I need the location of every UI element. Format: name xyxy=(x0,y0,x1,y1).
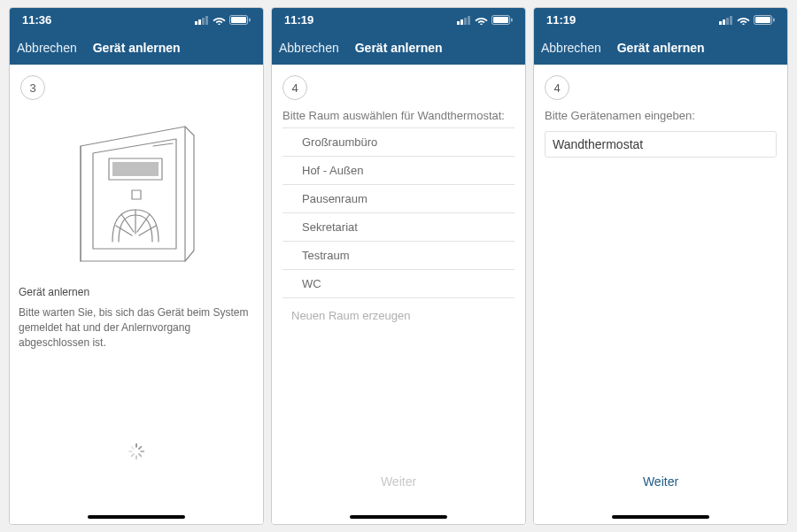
device-name-input[interactable] xyxy=(545,131,777,158)
screen-step3-wait: 11:36 Abbrechen Gerät anlernen 3 xyxy=(9,7,264,525)
wifi-icon xyxy=(737,15,750,25)
next-button[interactable]: Weiter xyxy=(534,474,787,489)
step-indicator: 4 xyxy=(545,75,569,100)
message-title: Gerät anlernen xyxy=(19,286,254,298)
svg-line-21 xyxy=(132,454,134,456)
wifi-icon xyxy=(475,15,488,25)
loading-spinner-icon xyxy=(128,443,145,460)
battery-icon xyxy=(491,15,513,25)
room-list: Großraumbüro Hof - Außen Pausenraum Sekr… xyxy=(282,127,515,298)
svg-rect-3 xyxy=(205,16,208,25)
room-option[interactable]: WC xyxy=(282,270,515,298)
status-time: 11:19 xyxy=(284,13,313,27)
svg-rect-24 xyxy=(457,21,460,25)
room-option[interactable]: Testraum xyxy=(282,242,515,270)
name-input-prompt: Bitte Gerätenamen eingeben: xyxy=(534,105,787,127)
room-option[interactable]: Pausenraum xyxy=(282,185,515,213)
content-area: 4 Bitte Gerätenamen eingeben: Weiter xyxy=(534,65,787,524)
content-area: 4 Bitte Raum auswählen für Wandthermosta… xyxy=(272,65,525,524)
room-option[interactable]: Sekretariat xyxy=(282,213,515,242)
next-button[interactable]: Weiter xyxy=(272,474,525,489)
svg-rect-9 xyxy=(132,190,141,199)
status-time: 11:19 xyxy=(546,13,576,27)
home-indicator[interactable] xyxy=(88,515,185,519)
svg-rect-5 xyxy=(231,17,246,23)
cancel-button[interactable]: Abbrechen xyxy=(279,41,339,55)
content-area: 3 xyxy=(10,65,263,524)
step-indicator: 3 xyxy=(20,75,45,100)
page-title: Gerät anlernen xyxy=(355,41,443,55)
svg-rect-34 xyxy=(730,16,732,25)
screen-step4-name-input: 11:19 Abbrechen Gerät anlernen 4 Bitte G… xyxy=(533,7,788,525)
svg-rect-26 xyxy=(464,18,467,25)
svg-line-13 xyxy=(116,226,132,235)
home-indicator[interactable] xyxy=(612,515,709,519)
signal-icon xyxy=(457,15,471,25)
status-icons xyxy=(457,15,513,25)
svg-line-19 xyxy=(139,454,141,456)
svg-rect-32 xyxy=(723,19,725,25)
svg-line-17 xyxy=(139,447,141,449)
room-select-prompt: Bitte Raum auswählen für Wandthermostat: xyxy=(272,105,525,127)
svg-line-14 xyxy=(139,226,156,235)
signal-icon xyxy=(195,15,209,25)
status-icons xyxy=(719,15,775,25)
status-time: 11:36 xyxy=(22,13,51,27)
navbar: Abbrechen Gerät anlernen xyxy=(272,31,525,65)
statusbar: 11:19 xyxy=(534,8,787,31)
statusbar: 11:36 xyxy=(10,8,263,31)
svg-rect-37 xyxy=(773,18,775,21)
battery-icon xyxy=(229,15,251,25)
svg-rect-6 xyxy=(249,18,251,21)
svg-rect-2 xyxy=(202,18,205,25)
page-title: Gerät anlernen xyxy=(617,41,705,55)
svg-rect-29 xyxy=(493,17,508,23)
wifi-icon xyxy=(213,15,226,25)
svg-rect-33 xyxy=(726,18,729,25)
statusbar: 11:19 xyxy=(272,8,525,31)
signal-icon xyxy=(719,15,733,25)
create-room-link[interactable]: Neuen Raum erzeugen xyxy=(272,298,525,329)
navbar: Abbrechen Gerät anlernen xyxy=(10,31,263,65)
svg-rect-30 xyxy=(511,18,513,21)
svg-rect-8 xyxy=(112,162,159,176)
svg-rect-31 xyxy=(719,21,722,25)
cancel-button[interactable]: Abbrechen xyxy=(17,41,77,55)
battery-icon xyxy=(754,15,775,25)
home-indicator[interactable] xyxy=(350,515,447,519)
wandthermostat-illustration xyxy=(70,120,203,270)
svg-rect-36 xyxy=(755,17,770,23)
page-title: Gerät anlernen xyxy=(93,41,181,55)
message-text: Bitte warten Sie, bis sich das Gerät bei… xyxy=(19,305,254,350)
navbar: Abbrechen Gerät anlernen xyxy=(534,31,787,65)
svg-rect-25 xyxy=(460,19,463,25)
step-indicator: 4 xyxy=(282,75,307,100)
svg-rect-0 xyxy=(195,21,197,25)
room-option[interactable]: Großraumbüro xyxy=(282,127,515,157)
screen-step4-room-select: 11:19 Abbrechen Gerät anlernen 4 Bitte R… xyxy=(271,7,526,525)
svg-rect-1 xyxy=(198,19,201,25)
svg-line-15 xyxy=(153,143,173,146)
room-option[interactable]: Hof - Außen xyxy=(282,157,515,185)
status-icons xyxy=(195,15,251,25)
svg-rect-27 xyxy=(468,16,470,25)
cancel-button[interactable]: Abbrechen xyxy=(541,41,601,55)
svg-line-23 xyxy=(132,447,134,449)
